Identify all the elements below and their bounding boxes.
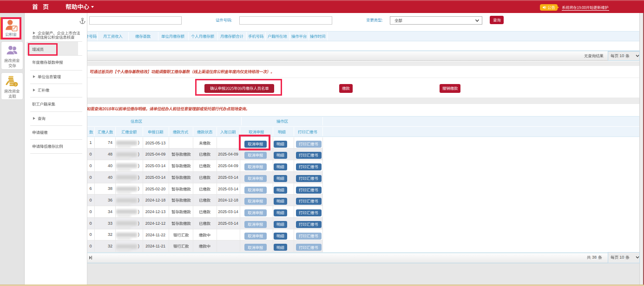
svg-text:?: ? bbox=[14, 83, 16, 87]
